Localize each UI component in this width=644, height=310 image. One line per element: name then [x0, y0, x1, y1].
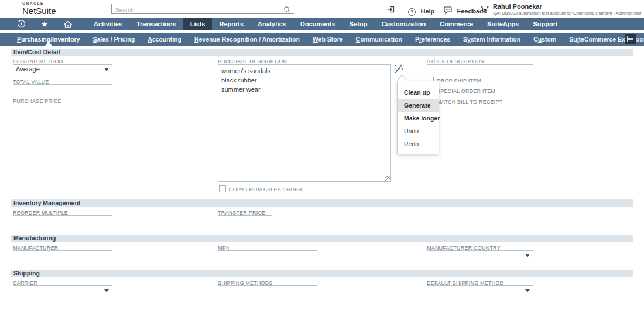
- dropdown-arrow-icon: [525, 254, 530, 257]
- help-icon: ?: [408, 8, 416, 16]
- nav-item-suiteapps[interactable]: SuiteApps: [480, 18, 526, 30]
- netsuite-logo-text: NetSuite: [22, 6, 56, 15]
- manufacturer-input[interactable]: [13, 250, 112, 260]
- ai-text-enhance-menu: Clean upGenerateMake longerUndoRedo: [397, 81, 439, 154]
- tab-system-information[interactable]: System Information: [457, 33, 527, 46]
- record-tabs: Purchasing/InventorySales / PricingAccou…: [0, 33, 644, 46]
- nav-item-transactions[interactable]: Transactions: [129, 18, 183, 30]
- tab-sales-pricing[interactable]: Sales / Pricing: [86, 33, 141, 46]
- textarea-resize-handle[interactable]: [385, 176, 390, 181]
- mpn-input[interactable]: [218, 250, 317, 260]
- search-input[interactable]: [112, 6, 279, 15]
- nav-item-support[interactable]: Support: [526, 18, 564, 30]
- nav-item-activities[interactable]: Activities: [87, 18, 129, 30]
- stock-description-label: STOCK DESCRIPTION: [427, 58, 484, 64]
- user-role: QA: DB9003 automation test account for C…: [493, 11, 642, 16]
- main-nav-items: ActivitiesTransactionsListsReportsAnalyt…: [87, 18, 565, 30]
- tab-web-store[interactable]: Web Store: [306, 33, 350, 46]
- checkbox-label-match-bill-to-receipt: MATCH BILL TO RECEIPT: [437, 99, 502, 105]
- shipping-methods-multiselect[interactable]: [218, 285, 317, 310]
- default-shipping-method-select[interactable]: [427, 285, 533, 295]
- ai-menu-item-redo[interactable]: Redo: [398, 137, 439, 150]
- manufacturer-country-select[interactable]: [427, 250, 533, 260]
- help-button[interactable]: ? Help: [408, 5, 434, 16]
- nav-item-setup[interactable]: Setup: [342, 18, 375, 30]
- tab-communication[interactable]: Communication: [350, 33, 409, 46]
- main-nav: ★ ActivitiesTransactionsListsReportsAnal…: [0, 18, 644, 30]
- purchase-description-label: PURCHASE DESCRIPTION: [218, 58, 287, 64]
- feedback-icon: [443, 6, 453, 15]
- costing-method-value: Average: [16, 66, 40, 73]
- search-icon[interactable]: [283, 5, 291, 16]
- signin-icon[interactable]: [386, 5, 396, 16]
- transfer-price-input[interactable]: [218, 215, 272, 225]
- nav-item-documents[interactable]: Documents: [293, 18, 342, 30]
- ai-menu-item-generate[interactable]: Generate: [398, 99, 439, 112]
- tab-menu-icon[interactable]: [625, 34, 636, 44]
- carrier-select[interactable]: [13, 285, 112, 295]
- star-icon[interactable]: ★: [33, 18, 56, 30]
- tab-custom[interactable]: Custom: [527, 33, 563, 46]
- nav-item-reports[interactable]: Reports: [212, 18, 251, 30]
- checkbox-label-drop-ship-item: DROP SHIP ITEM: [437, 78, 481, 84]
- ai-menu-item-make-longer[interactable]: Make longer: [398, 112, 439, 125]
- section-item-cost-detail: Item/Cost Detail: [11, 49, 633, 56]
- tab-preferences[interactable]: Preferences: [409, 33, 457, 46]
- tab-accounting[interactable]: Accounting: [141, 33, 188, 46]
- help-label: Help: [420, 8, 434, 15]
- reorder-multiple-input[interactable]: [13, 215, 112, 225]
- section-manufacturing: Manufacturing: [11, 235, 633, 242]
- purchase-description-textarea[interactable]: women's sandals black rubber summer wear: [218, 64, 391, 182]
- dropdown-arrow-icon: [525, 289, 530, 292]
- oracle-logo-text: ORACLE: [22, 2, 56, 6]
- purchase-price-input[interactable]: [13, 104, 71, 113]
- nav-item-analytics[interactable]: Analytics: [251, 18, 293, 30]
- copy-from-sales-order-checkbox[interactable]: [219, 185, 226, 192]
- dropdown-arrow-icon: [104, 68, 109, 71]
- user-role-icon: [480, 5, 489, 16]
- section-inventory-management: Inventory Management: [11, 199, 633, 207]
- netsuite-logo[interactable]: ORACLE NetSuite: [22, 2, 56, 15]
- total-value-input[interactable]: [13, 84, 112, 94]
- tab-purchasing-inventory[interactable]: Purchasing/Inventory: [11, 33, 86, 46]
- costing-method-select[interactable]: Average: [13, 64, 112, 74]
- top-header: ORACLE NetSuite ? Help Feedback Rahul: [0, 0, 644, 18]
- ai-menu-item-clean-up[interactable]: Clean up: [398, 86, 439, 99]
- section-shipping: Shipping: [11, 270, 633, 277]
- tab-revenue-recognition-amortization[interactable]: Revenue Recognition / Amortization: [188, 33, 306, 46]
- nav-item-customization[interactable]: Customization: [374, 18, 433, 30]
- stock-description-input[interactable]: [427, 64, 533, 74]
- user-name[interactable]: Rahul Poonekar: [493, 3, 542, 10]
- dropdown-arrow-icon: [104, 289, 109, 292]
- home-icon[interactable]: [56, 18, 80, 30]
- header-divider: [402, 3, 402, 15]
- ai-sparkle-icon[interactable]: [393, 64, 403, 74]
- global-search[interactable]: [111, 4, 294, 14]
- copy-from-sales-order-label: COPY FROM SALES ORDER: [229, 187, 302, 192]
- costing-method-label: COSTING METHOD: [13, 58, 63, 64]
- nav-item-commerce[interactable]: Commerce: [433, 18, 480, 30]
- checkbox-label-special-order-item: SPECIAL ORDER ITEM: [437, 88, 495, 94]
- history-icon[interactable]: [9, 18, 33, 30]
- nav-item-lists[interactable]: Lists: [183, 18, 213, 30]
- ai-menu-item-undo[interactable]: Undo: [398, 125, 439, 137]
